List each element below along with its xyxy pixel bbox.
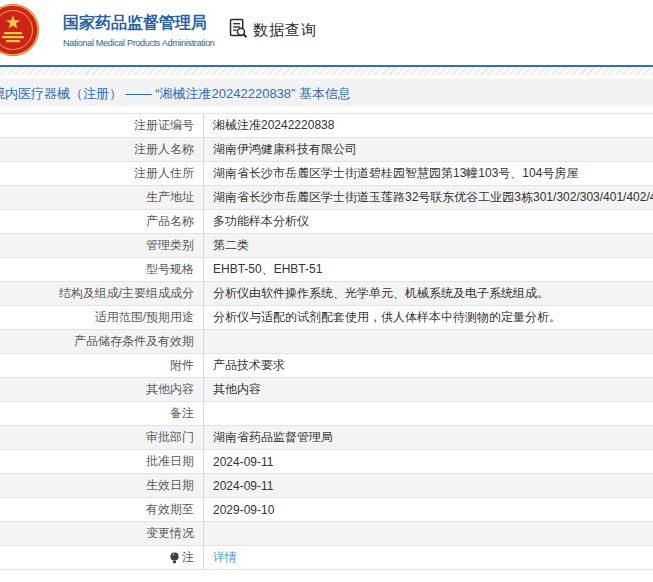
table-row: 批准日期 2024-09-11 [0, 450, 653, 474]
registration-info-table: 注册证编号 湘械注准20242220838 注册人名称 湖南伊鸿健康科技有限公司 [0, 113, 653, 570]
site-subtitle: National Medical Products Administration [63, 38, 215, 48]
row-value: 其他内容 [204, 378, 653, 401]
row-label-text: 注册人住所 [134, 165, 194, 182]
row-label-text: 审批部门 [146, 429, 194, 446]
detail-link[interactable]: 详情 [204, 546, 653, 569]
row-label: 附件 [0, 354, 204, 377]
row-value: 湘械注准20242220838 [204, 114, 653, 137]
table-row: 有效期至 2029-09-10 [0, 498, 653, 522]
table-row: 生产地址 湖南省长沙市岳麓区学士街道玉莲路32号联东优谷工业园3栋301/302… [0, 186, 653, 210]
row-value: 湖南省长沙市岳麓区学士街道玉莲路32号联东优谷工业园3栋301/302/303/… [204, 186, 653, 209]
row-label-text: 结构及组成/主要组成成分 [59, 285, 194, 302]
row-label-text: 批准日期 [146, 453, 194, 470]
row-label: 审批部门 [0, 426, 204, 449]
row-label-text: 附件 [170, 357, 194, 374]
row-label: 产品储存条件及有效期 [0, 330, 204, 353]
nav-data-query[interactable]: 数据查询 [229, 19, 317, 41]
table-row: 产品储存条件及有效期 [0, 330, 653, 354]
table-row: 适用范围/预期用途 分析仪与适配的试剂配套使用，供人体样本中待测物的定量分析。 [0, 306, 653, 330]
row-label-text: 其他内容 [146, 381, 194, 398]
table-row: 变更情况 [0, 522, 653, 546]
row-label: 生效日期 [0, 474, 204, 497]
header: 国家药品监督管理局 National Medical Products Admi… [0, 0, 653, 65]
row-label-text: 管理类别 [146, 237, 194, 254]
breadcrumb: 境内医疗器械（注册） —— “湘械注准20242220838” 基本信息 [0, 80, 351, 106]
table-row: 管理类别 第二类 [0, 234, 653, 258]
row-value: 多功能样本分析仪 [204, 210, 653, 233]
row-value [204, 330, 653, 353]
row-label-text: 注册证编号 [134, 117, 194, 134]
row-label: 管理类别 [0, 234, 204, 257]
row-value: EHBT-50、EHBT-51 [204, 258, 653, 281]
row-label-text: 生产地址 [146, 189, 194, 206]
table-row: 型号规格 EHBT-50、EHBT-51 [0, 258, 653, 282]
table-row: 产品名称 多功能样本分析仪 [0, 210, 653, 234]
row-label: 注 [0, 546, 204, 569]
nav-data-query-label: 数据查询 [253, 21, 317, 40]
row-value: 分析仪与适配的试剂配套使用，供人体样本中待测物的定量分析。 [204, 306, 653, 329]
bulb-icon [170, 552, 179, 564]
row-label-text: 型号规格 [146, 261, 194, 278]
table-row: 附件 产品技术要求 [0, 354, 653, 378]
row-label: 备注 [0, 402, 204, 425]
row-label-text: 备注 [170, 405, 194, 422]
breadcrumb-bar: 境内医疗器械（注册） —— “湘械注准20242220838” 基本信息 [0, 79, 653, 106]
row-label: 产品名称 [0, 210, 204, 233]
table-row: 注册人住所 湖南省长沙市岳麓区学士街道碧桂园智慧园第13幢103号、104号房屋 [0, 162, 653, 186]
table-row: 备注 [0, 402, 653, 426]
row-value: 湖南伊鸿健康科技有限公司 [204, 138, 653, 161]
row-label: 注册证编号 [0, 114, 204, 137]
row-label: 批准日期 [0, 450, 204, 473]
row-label: 结构及组成/主要组成成分 [0, 282, 204, 305]
hatch-band [0, 67, 653, 75]
row-value: 湖南省药品监督管理局 [204, 426, 653, 449]
table-row: 注册证编号 湘械注准20242220838 [0, 114, 653, 138]
row-label-text: 适用范围/预期用途 [95, 309, 194, 326]
row-label: 生产地址 [0, 186, 204, 209]
row-value: 第二类 [204, 234, 653, 257]
row-value [204, 522, 653, 545]
row-value: 2029-09-10 [204, 498, 653, 521]
china-national-emblem-icon [0, 3, 40, 57]
table-row: 生效日期 2024-09-11 [0, 474, 653, 498]
row-value: 产品技术要求 [204, 354, 653, 377]
row-value: 湖南省长沙市岳麓区学士街道碧桂园智慧园第13幢103号、104号房屋 [204, 162, 653, 185]
table-row: 注 详情 [0, 546, 653, 570]
row-label: 有效期至 [0, 498, 204, 521]
row-value: 2024-09-11 [204, 450, 653, 473]
row-value: 2024-09-11 [204, 474, 653, 497]
row-label-text: 注册人名称 [134, 141, 194, 158]
row-value: 分析仪由软件操作系统、光学单元、机械系统及电子系统组成。 [204, 282, 653, 305]
table-row: 审批部门 湖南省药品监督管理局 [0, 426, 653, 450]
row-value [204, 402, 653, 425]
row-label: 注册人名称 [0, 138, 204, 161]
page: 国家药品监督管理局 National Medical Products Admi… [0, 0, 653, 582]
row-label-text: 产品名称 [146, 213, 194, 230]
document-search-icon [229, 18, 248, 42]
row-label: 注册人住所 [0, 162, 204, 185]
row-label-text: 变更情况 [146, 525, 194, 542]
row-label: 变更情况 [0, 522, 204, 545]
row-label-text: 注 [182, 549, 194, 566]
row-label-text: 生效日期 [146, 477, 194, 494]
row-label: 适用范围/预期用途 [0, 306, 204, 329]
row-label-text: 产品储存条件及有效期 [74, 333, 194, 350]
row-label: 其他内容 [0, 378, 204, 401]
table-row: 其他内容 其他内容 [0, 378, 653, 402]
table-row: 结构及组成/主要组成成分 分析仪由软件操作系统、光学单元、机械系统及电子系统组成… [0, 282, 653, 306]
site-title: 国家药品监督管理局 [63, 13, 207, 34]
row-label: 型号规格 [0, 258, 204, 281]
row-label-text: 有效期至 [146, 501, 194, 518]
table-row: 注册人名称 湖南伊鸿健康科技有限公司 [0, 138, 653, 162]
